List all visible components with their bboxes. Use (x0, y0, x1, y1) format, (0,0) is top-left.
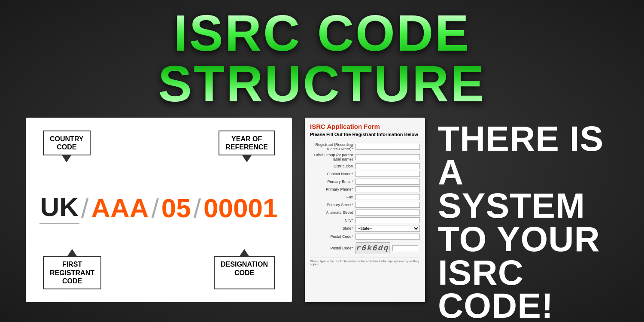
city-input[interactable] (355, 217, 420, 223)
registrant-input[interactable] (355, 144, 420, 150)
country-code-label: COUNTRYCODE (43, 131, 91, 155)
form-field-city: City* (310, 217, 420, 223)
bottom-labels: FIRSTREGISTRANTCODE DESIGNATIONCODE (39, 256, 279, 289)
form-field-street: Primary Street* (310, 202, 420, 208)
form-subtitle: Please Fill Out the Registrant Informati… (310, 132, 420, 139)
state-select[interactable]: --State-- (355, 225, 420, 232)
form-field-label-group: Label Group (or parent label name) (310, 153, 420, 161)
application-form: ISRC Application Form Please Fill Out th… (305, 118, 425, 302)
captcha-input[interactable] (392, 245, 418, 251)
email-input[interactable] (355, 179, 420, 185)
registrant-segment: AAA (90, 193, 149, 223)
form-field-contact: Contact Name* (310, 171, 420, 177)
tagline-line1: THERE IS (438, 119, 604, 158)
divider-3: / (192, 193, 203, 223)
state-label: State* (310, 226, 353, 231)
tagline: THERE IS A SYSTEM TO YOUR ISRC CODE! (438, 122, 618, 322)
distribution-label: Distribution (310, 164, 353, 168)
form-field-postal: Postal Code* (310, 234, 420, 240)
contact-label: Contact Name* (310, 172, 353, 176)
content-area: COUNTRYCODE YEAR OFREFERENCE UK / AAA / … (0, 113, 644, 322)
label-group-label: Label Group (or parent label name) (310, 153, 353, 161)
form-footer: Please type in the black characters in t… (310, 258, 420, 266)
alt-street-label: Alternate Street (310, 210, 353, 215)
postal-label: Postal Code* (310, 234, 353, 239)
city-label: City* (310, 218, 353, 222)
email-label: Primary Email* (310, 179, 353, 184)
fax-input[interactable] (355, 194, 420, 200)
form-field-email: Primary Email* (310, 179, 420, 185)
year-of-reference-label: YEAR OFREFERENCE (219, 131, 275, 155)
street-input[interactable] (355, 202, 420, 208)
tagline-line5: CODE! (438, 286, 553, 322)
label-group-input[interactable] (355, 154, 420, 160)
year-segment: 05 (161, 193, 192, 223)
captcha-label: Postal Code* (310, 246, 353, 250)
form-field-state: State* --State-- (310, 225, 420, 232)
first-registrant-label: FIRSTREGISTRANTCODE (43, 256, 101, 289)
divider-2: / (150, 193, 161, 223)
form-field-alt-street: Alternate Street (310, 210, 420, 216)
contact-input[interactable] (355, 171, 420, 177)
tagline-line2: A SYSTEM (438, 152, 585, 225)
country-segment: UK (39, 191, 80, 224)
captcha-area: Postal Code* r6k6dq (310, 242, 420, 254)
alt-street-input[interactable] (355, 210, 420, 216)
form-field-registrant: Registrant (Recording Rights Owner)* (310, 143, 420, 151)
designation-code-label: DESIGNATIONCODE (214, 256, 275, 289)
registrant-label: Registrant (Recording Rights Owner)* (310, 143, 353, 151)
top-labels: COUNTRYCODE YEAR OFREFERENCE (39, 131, 279, 155)
form-field-fax: Fax (310, 194, 420, 200)
street-label: Primary Street* (310, 203, 353, 207)
page-title: ISRC CODE STRUCTURE (9, 8, 635, 109)
postal-input[interactable] (355, 234, 420, 240)
title-section: ISRC CODE STRUCTURE (0, 0, 644, 113)
distribution-input[interactable] (355, 163, 420, 169)
isrc-code-display: UK / AAA / 05 / 00001 (39, 191, 279, 224)
form-title: ISRC Application Form (310, 123, 420, 130)
phone-input[interactable] (355, 186, 420, 192)
divider-1: / (79, 193, 90, 223)
isrc-diagram: COUNTRYCODE YEAR OFREFERENCE UK / AAA / … (26, 118, 292, 302)
form-field-distribution: Distribution (310, 163, 420, 169)
tagline-area: THERE IS A SYSTEM TO YOUR ISRC CODE! (438, 118, 618, 322)
captcha-image: r6k6dq (355, 242, 390, 254)
designation-segment: 00001 (203, 193, 278, 223)
form-field-phone: Primary Phone* (310, 186, 420, 192)
phone-label: Primary Phone* (310, 187, 353, 191)
fax-label: Fax (310, 195, 353, 199)
